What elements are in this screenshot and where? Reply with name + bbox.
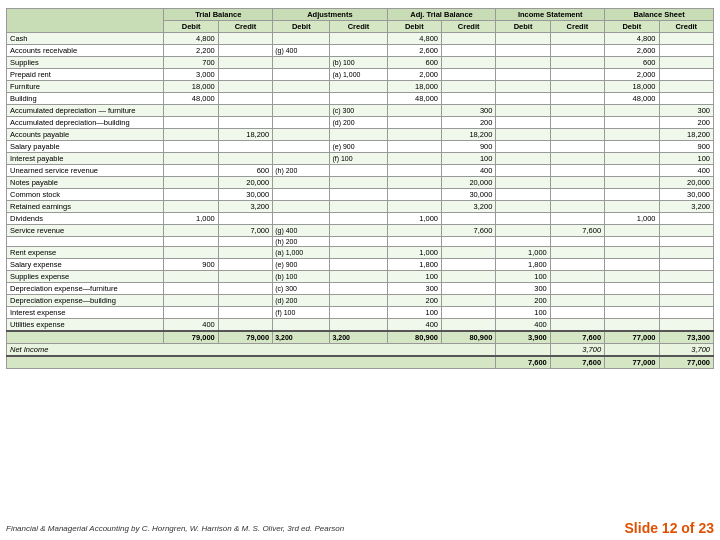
table-row: Notes payable20,00020,00020,000: [7, 177, 714, 189]
bs-credit-header: Credit: [659, 21, 713, 33]
footer: Financial & Managerial Accounting by C. …: [6, 520, 714, 536]
table-row: Prepaid rent3,000(a) 1,0002,0002,000: [7, 69, 714, 81]
table-row: Cash4,8004,8004,800: [7, 33, 714, 45]
table-row: Interest expense(f) 100100100: [7, 307, 714, 319]
footer-slide: Slide 12 of 23: [625, 520, 714, 536]
totals-row: 79,00079,0003,2003,20080,90080,9003,9007…: [7, 331, 714, 344]
table-row: (h) 200: [7, 237, 714, 247]
table-row: Common stock30,00030,00030,000: [7, 189, 714, 201]
trial-balance-header: Trial Balance: [164, 9, 273, 21]
page-container: Trial Balance Adjustments Adj. Trial Bal…: [0, 0, 720, 540]
table-row: Retained earnings3,2003,2003,200: [7, 201, 714, 213]
table-row: Building48,00048,00048,000: [7, 93, 714, 105]
table-row: Salary payable(e) 900900900: [7, 141, 714, 153]
table-row: Service revenue7,000(g) 4007,6007,600: [7, 225, 714, 237]
balance-sheet-header: Balance Sheet: [605, 9, 714, 21]
table-row: Depreciation expense—furniture(c) 300300…: [7, 283, 714, 295]
adjustments-header: Adjustments: [273, 9, 387, 21]
worksheet-table: Trial Balance Adjustments Adj. Trial Bal…: [6, 8, 714, 369]
income-statement-header: Income Statement: [496, 9, 605, 21]
table-row: Accounts payable18,20018,20018,200: [7, 129, 714, 141]
table-row: Accumulated depreciation—building(d) 200…: [7, 117, 714, 129]
is-credit-header: Credit: [550, 21, 604, 33]
table-row: Rent expense(a) 1,0001,0001,000: [7, 247, 714, 259]
table-row: Interest payable(f) 100100100: [7, 153, 714, 165]
table-row: Unearned service revenue600(h) 200400400: [7, 165, 714, 177]
header-row-groups: Trial Balance Adjustments Adj. Trial Bal…: [7, 9, 714, 21]
table-row: Accounts receivable2,200(g) 4002,6002,60…: [7, 45, 714, 57]
tb-credit-header: Credit: [218, 21, 272, 33]
table-row: Furniture18,00018,00018,000: [7, 81, 714, 93]
adj-debit-header: Debit: [273, 21, 330, 33]
table-row: Supplies700(b) 100600600: [7, 57, 714, 69]
adj-trial-balance-header: Adj. Trial Balance: [387, 9, 496, 21]
tb-debit-header: Debit: [164, 21, 218, 33]
is-debit-header: Debit: [496, 21, 550, 33]
table-row: Salary expense900(e) 9001,8001,800: [7, 259, 714, 271]
table-row: Supplies expense(b) 100100100: [7, 271, 714, 283]
footer-citation: Financial & Managerial Accounting by C. …: [6, 524, 344, 533]
table-row: Depreciation expense—building(d) 2002002…: [7, 295, 714, 307]
table-row: Utilities expense400400400: [7, 319, 714, 332]
atb-credit-header: Credit: [442, 21, 496, 33]
table-row: Accumulated depreciation — furniture(c) …: [7, 105, 714, 117]
table-body: Cash4,8004,8004,800Accounts receivable2,…: [7, 33, 714, 369]
table-row: Dividends1,0001,0001,000: [7, 213, 714, 225]
adj-credit-header: Credit: [330, 21, 387, 33]
atb-debit-header: Debit: [387, 21, 441, 33]
net-income-row: Net Income3,7003,700: [7, 344, 714, 357]
col-account-header: [7, 9, 164, 33]
grand-totals-row: 7,6007,60077,00077,000: [7, 356, 714, 369]
bs-debit-header: Debit: [605, 21, 659, 33]
